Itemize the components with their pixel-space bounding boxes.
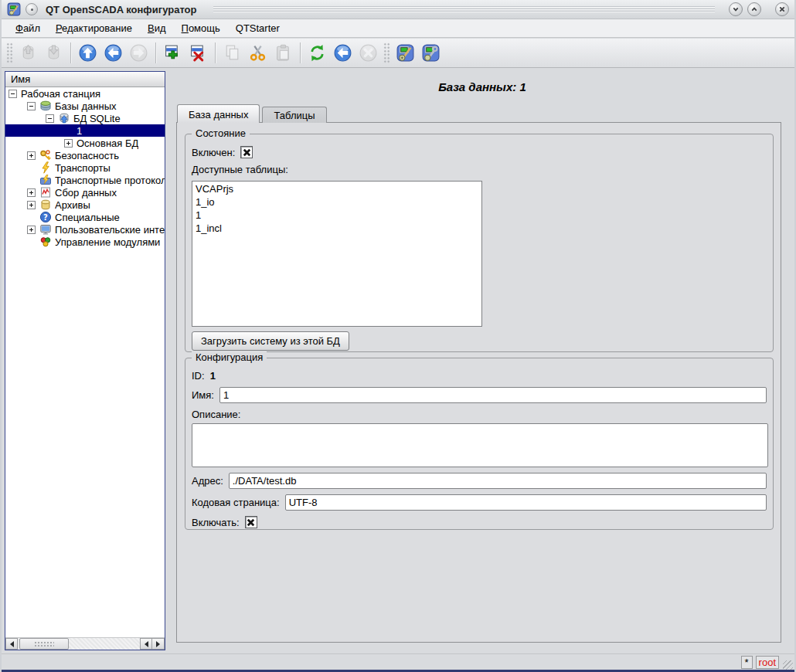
nav-back-icon: [104, 43, 123, 63]
tree-item-архивы[interactable]: Архивы: [5, 199, 165, 211]
description-textarea[interactable]: [192, 423, 768, 467]
qtstarter-configurator-button[interactable]: [393, 41, 418, 65]
scroll-track[interactable]: [69, 638, 140, 650]
load-from-db-button: [15, 41, 41, 65]
delete-item-button[interactable]: [185, 41, 211, 65]
tree-item-специальные[interactable]: ?Специальные: [5, 211, 165, 223]
tree-item-транспорты[interactable]: Транспорты: [5, 161, 165, 174]
paste-icon: [274, 43, 293, 63]
id-value: 1: [210, 370, 216, 382]
close-button[interactable]: [775, 2, 789, 16]
tab-база-данных[interactable]: База данных: [177, 104, 260, 123]
protocols-icon: [39, 174, 52, 186]
menu-редактирование[interactable]: Редактирование: [48, 20, 140, 36]
toolbar-handle[interactable]: [383, 42, 390, 64]
refresh-icon: [308, 43, 327, 63]
cut-item-button[interactable]: [245, 41, 270, 65]
state-groupbox: Состояние Включен: Доступные таблицы: VC…: [185, 134, 774, 352]
config-group-title: Конфигурация: [192, 351, 267, 363]
tree-item-label: Рабочая станция: [21, 88, 100, 100]
menu-файл[interactable]: Файл: [8, 20, 48, 36]
codepage-input[interactable]: [285, 494, 767, 511]
current-user-badge[interactable]: root: [756, 656, 779, 669]
toolbar-separator: [300, 42, 301, 63]
menu-вид[interactable]: Вид: [140, 20, 174, 36]
list-item[interactable]: 1: [192, 209, 481, 222]
list-item[interactable]: VCAPrjs: [192, 182, 481, 195]
app-window: QT OpenSCADA конфигуратор ФайлРедактиров…: [0, 0, 796, 672]
tree-item-1[interactable]: 1: [5, 124, 165, 137]
qtstarter-vision-button[interactable]: [418, 41, 444, 65]
stop-icon: [359, 43, 378, 63]
forward-button: [126, 41, 151, 65]
toolbar-separator: [155, 42, 156, 63]
tree-item-пользовательские-интерфейсы[interactable]: Пользовательские интерфейсы: [5, 223, 165, 236]
page-title: База данных: 1: [170, 80, 794, 93]
scroll-right-button[interactable]: [152, 638, 165, 650]
maximize-button[interactable]: [747, 2, 761, 16]
toolbar-separator: [70, 42, 71, 63]
toolbar-handle[interactable]: [6, 42, 13, 64]
tab-таблицы[interactable]: Таблицы: [262, 107, 326, 123]
svg-text:?: ?: [43, 213, 48, 222]
load-system-button[interactable]: Загрузить систему из этой БД: [192, 331, 349, 351]
tree-item-label: Базы данных: [55, 100, 117, 112]
back-button[interactable]: [100, 41, 126, 65]
tree-item-бд-sqlite[interactable]: БД SQLite: [5, 112, 165, 124]
tree-item-рабочая-станция[interactable]: Рабочая станция: [5, 87, 165, 100]
minimize-button[interactable]: [729, 2, 743, 16]
tree-item-управление-модулями[interactable]: Управление модулями: [5, 236, 165, 248]
add-item-button[interactable]: [160, 41, 185, 65]
enable-checkbox[interactable]: [245, 516, 257, 528]
expand-icon[interactable]: [27, 201, 36, 209]
item-delete-icon: [189, 43, 208, 63]
expand-icon[interactable]: [27, 226, 36, 234]
list-item[interactable]: 1_incl: [192, 222, 481, 235]
tree-horizontal-scrollbar: [5, 637, 165, 650]
sticky-button[interactable]: [26, 3, 38, 15]
special-icon: ?: [39, 211, 52, 223]
sqlite-db-icon: [58, 112, 70, 124]
tree-item-label: Основная БД: [77, 137, 138, 149]
collapse-icon[interactable]: [46, 114, 54, 123]
collapse-icon[interactable]: [27, 102, 36, 110]
tree-item-label: Транспорты: [55, 162, 111, 174]
address-label: Адрес:: [192, 475, 223, 487]
toolbar: [2, 39, 794, 68]
menubar: ФайлРедактированиеВидПомощьQTStarter: [2, 19, 794, 38]
menu-qtstarter[interactable]: QTStarter: [228, 20, 287, 36]
tables-listbox[interactable]: VCAPrjs1_io11_incl: [192, 181, 482, 327]
toolbar-separator: [215, 42, 216, 63]
id-label: ID:: [192, 370, 205, 382]
tree-item-label: Управление модулями: [55, 236, 160, 248]
collapse-icon[interactable]: [9, 90, 17, 98]
up-button[interactable]: [75, 41, 100, 65]
copy-item-button: [219, 41, 245, 65]
scroll-left-button[interactable]: [5, 638, 18, 650]
tab-pane: Состояние Включен: Доступные таблицы: VC…: [176, 122, 781, 643]
start-button[interactable]: [330, 41, 355, 65]
menu-помощь[interactable]: Помощь: [174, 20, 228, 36]
expand-icon[interactable]: [27, 188, 36, 197]
tree-item-безопасность[interactable]: Безопасность: [5, 149, 165, 161]
tree-item-транспортные-протоколы[interactable]: Транспортные протоколы: [5, 174, 165, 186]
tree-item-сбор-данных[interactable]: Сбор данных: [5, 186, 165, 199]
name-input[interactable]: [219, 387, 767, 403]
tables-label: Доступные таблицы:: [192, 164, 288, 175]
config-groupbox: Конфигурация ID: 1 Имя: Описание: Адрес:: [185, 358, 774, 530]
enable-label: Включать:: [192, 517, 240, 528]
address-input[interactable]: [229, 473, 767, 489]
refresh-item-button[interactable]: [304, 41, 330, 65]
expand-icon[interactable]: [27, 151, 36, 160]
tree-item-основная-бд[interactable]: Основная БД: [5, 137, 165, 149]
expand-icon[interactable]: [64, 139, 73, 148]
tree-item-label: Транспортные протоколы: [55, 175, 165, 186]
qtcfg-icon: [396, 43, 415, 63]
modified-indicator: *: [741, 656, 753, 669]
scroll-thumb[interactable]: [19, 638, 69, 650]
titlebar-grip-lines: [213, 6, 715, 13]
tree-item-базы-данных[interactable]: Базы данных: [5, 100, 165, 112]
enabled-checkbox[interactable]: [240, 146, 253, 158]
list-item[interactable]: 1_io: [192, 195, 481, 209]
scroll-left-button-2[interactable]: [140, 638, 152, 650]
